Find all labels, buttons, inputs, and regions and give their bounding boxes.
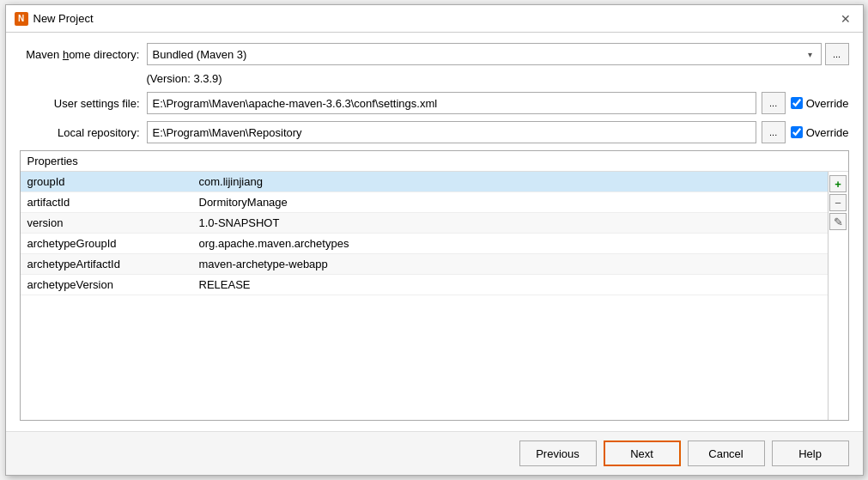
prop-key: archetypeVersion: [21, 275, 192, 295]
dialog-title: New Project: [33, 12, 94, 25]
prop-value: maven-archetype-webapp: [192, 254, 828, 274]
maven-home-combo-container: Bundled (Maven 3) ▾ ...: [147, 43, 849, 65]
prop-value: com.lijinjiang: [192, 172, 828, 191]
maven-home-select[interactable]: Bundled (Maven 3) ▾: [147, 43, 822, 65]
close-button[interactable]: ✕: [837, 10, 854, 27]
add-property-button[interactable]: +: [829, 175, 847, 192]
maven-home-browse-button[interactable]: ...: [825, 43, 849, 65]
prop-key: version: [21, 213, 192, 233]
previous-button[interactable]: Previous: [519, 441, 597, 466]
user-settings-override-checkbox[interactable]: [791, 97, 803, 109]
local-repo-override-label: Override: [791, 126, 849, 139]
local-repo-browse-button[interactable]: ...: [762, 121, 786, 143]
table-row[interactable]: archetypeArtifactIdmaven-archetype-webap…: [21, 254, 828, 275]
next-button[interactable]: Next: [604, 441, 681, 466]
local-repo-row: Local repository: ... Override: [20, 121, 849, 143]
table-row[interactable]: artifactIdDormitoryManage: [21, 192, 828, 213]
app-icon: N: [15, 12, 28, 26]
properties-table: groupIdcom.lijinjiangartifactIdDormitory…: [21, 172, 828, 420]
user-settings-browse-button[interactable]: ...: [762, 92, 786, 114]
maven-home-row: Maven home directory: Bundled (Maven 3) …: [20, 43, 849, 65]
prop-key: archetypeArtifactId: [21, 254, 192, 274]
prop-key: artifactId: [21, 192, 192, 212]
maven-home-label: Maven home directory:: [20, 48, 140, 61]
prop-value: RELEASE: [192, 275, 828, 295]
edit-property-button[interactable]: ✎: [829, 213, 847, 230]
dialog-content: Maven home directory: Bundled (Maven 3) …: [6, 33, 863, 431]
properties-body: groupIdcom.lijinjiangartifactIdDormitory…: [21, 172, 848, 420]
user-settings-label: User settings file:: [20, 97, 140, 110]
local-repo-override-checkbox[interactable]: [791, 126, 803, 138]
user-settings-row: User settings file: ... Override: [20, 92, 849, 114]
user-settings-input[interactable]: [147, 92, 756, 114]
prop-value: org.apache.maven.archetypes: [192, 234, 828, 253]
title-bar: N New Project ✕: [6, 5, 863, 33]
prop-key: archetypeGroupId: [21, 234, 192, 253]
table-row[interactable]: groupIdcom.lijinjiang: [21, 172, 828, 192]
table-row[interactable]: archetypeGroupIdorg.apache.maven.archety…: [21, 234, 828, 254]
properties-section: Properties groupIdcom.lijinjiangartifact…: [20, 150, 849, 421]
help-button[interactable]: Help: [772, 441, 849, 466]
local-repo-input-row: ... Override: [147, 121, 849, 143]
prop-key: groupId: [21, 172, 192, 191]
remove-property-button[interactable]: −: [829, 194, 847, 211]
chevron-down-icon: ▾: [804, 50, 816, 59]
cancel-button[interactable]: Cancel: [688, 441, 765, 466]
title-bar-left: N New Project: [15, 12, 94, 26]
local-repo-label: Local repository:: [20, 126, 140, 139]
user-settings-input-row: ... Override: [147, 92, 849, 114]
table-row[interactable]: archetypeVersionRELEASE: [21, 275, 828, 295]
user-settings-override-label: Override: [791, 97, 849, 110]
properties-sidebar: + − ✎: [828, 172, 848, 420]
properties-header: Properties: [21, 151, 848, 172]
dialog-footer: Previous Next Cancel Help: [6, 431, 863, 475]
prop-value: 1.0-SNAPSHOT: [192, 213, 828, 233]
version-text: (Version: 3.3.9): [147, 72, 849, 85]
prop-value: DormitoryManage: [192, 192, 828, 212]
new-project-dialog: N New Project ✕ Maven home directory: Bu…: [5, 4, 864, 476]
table-row[interactable]: version1.0-SNAPSHOT: [21, 213, 828, 234]
local-repo-input[interactable]: [147, 121, 756, 143]
